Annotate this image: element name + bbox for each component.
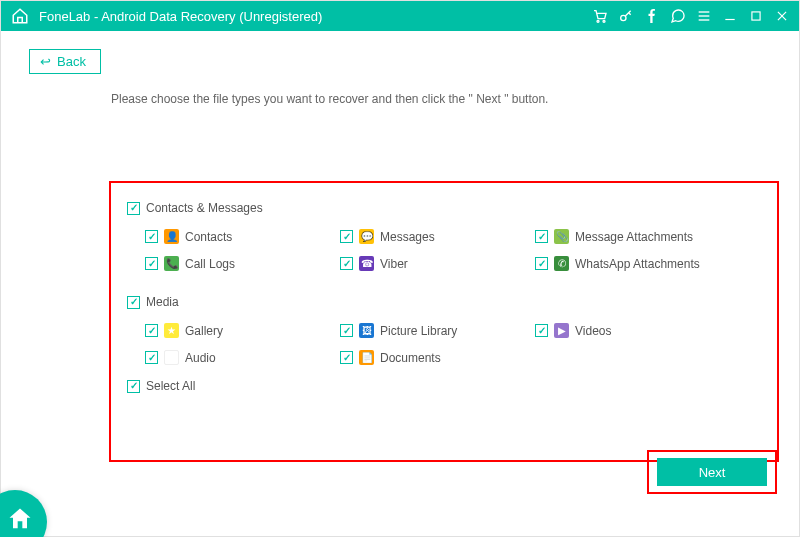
item-call-logs[interactable]: 📞 Call Logs bbox=[145, 256, 340, 271]
minimize-icon[interactable] bbox=[721, 7, 739, 25]
section-contacts-messages-label: Contacts & Messages bbox=[146, 201, 263, 215]
svg-point-0 bbox=[597, 20, 599, 22]
call-logs-icon: 📞 bbox=[164, 256, 179, 271]
section-media-label: Media bbox=[146, 295, 179, 309]
item-viber[interactable]: ☎ Viber bbox=[340, 256, 535, 271]
gallery-icon: ★ bbox=[164, 323, 179, 338]
svg-point-2 bbox=[621, 15, 626, 20]
back-arrow-icon: ↩ bbox=[40, 54, 51, 69]
section-media[interactable]: Media bbox=[127, 295, 761, 309]
checkbox-picture-library[interactable] bbox=[340, 324, 353, 337]
section-contacts-messages[interactable]: Contacts & Messages bbox=[127, 201, 761, 215]
row: ★ Gallery 🖼 Picture Library ▶ Videos bbox=[127, 323, 761, 338]
documents-icon: 📄 bbox=[359, 350, 374, 365]
item-label: Contacts bbox=[185, 230, 232, 244]
item-whatsapp-attachments[interactable]: ✆ WhatsApp Attachments bbox=[535, 256, 730, 271]
picture-library-icon: 🖼 bbox=[359, 323, 374, 338]
item-label: Picture Library bbox=[380, 324, 457, 338]
item-label: Message Attachments bbox=[575, 230, 693, 244]
select-all[interactable]: Select All bbox=[127, 379, 761, 393]
select-all-label: Select All bbox=[146, 379, 195, 393]
menu-icon[interactable] bbox=[695, 7, 713, 25]
content-area: ↩ Back Please choose the file types you … bbox=[1, 31, 799, 536]
feedback-icon[interactable] bbox=[669, 7, 687, 25]
checkbox-documents[interactable] bbox=[340, 351, 353, 364]
checkbox-viber[interactable] bbox=[340, 257, 353, 270]
home-fab[interactable] bbox=[0, 490, 47, 537]
maximize-icon[interactable] bbox=[747, 7, 765, 25]
contacts-icon: 👤 bbox=[164, 229, 179, 244]
titlebar-right-icons bbox=[591, 7, 791, 25]
checkbox-contacts[interactable] bbox=[145, 230, 158, 243]
item-messages[interactable]: 💬 Messages bbox=[340, 229, 535, 244]
key-icon[interactable] bbox=[617, 7, 635, 25]
checkbox-videos[interactable] bbox=[535, 324, 548, 337]
item-label: Documents bbox=[380, 351, 441, 365]
window-title: FoneLab - Android Data Recovery (Unregis… bbox=[39, 9, 591, 24]
titlebar-home-icon[interactable] bbox=[9, 5, 31, 27]
item-picture-library[interactable]: 🖼 Picture Library bbox=[340, 323, 535, 338]
close-icon[interactable] bbox=[773, 7, 791, 25]
facebook-icon[interactable] bbox=[643, 7, 661, 25]
audio-icon: ♪ bbox=[164, 350, 179, 365]
svg-rect-7 bbox=[752, 12, 760, 20]
item-label: Messages bbox=[380, 230, 435, 244]
checkbox-audio[interactable] bbox=[145, 351, 158, 364]
row: 👤 Contacts 💬 Messages 📎 Message Attachme… bbox=[127, 229, 761, 244]
instruction-text: Please choose the file types you want to… bbox=[111, 92, 771, 106]
item-message-attachments[interactable]: 📎 Message Attachments bbox=[535, 229, 730, 244]
item-label: Gallery bbox=[185, 324, 223, 338]
message-attachments-icon: 📎 bbox=[554, 229, 569, 244]
back-label: Back bbox=[57, 54, 86, 69]
item-label: WhatsApp Attachments bbox=[575, 257, 700, 271]
titlebar: FoneLab - Android Data Recovery (Unregis… bbox=[1, 1, 799, 31]
checkbox-media[interactable] bbox=[127, 296, 140, 309]
checkbox-gallery[interactable] bbox=[145, 324, 158, 337]
cart-icon[interactable] bbox=[591, 7, 609, 25]
checkbox-messages[interactable] bbox=[340, 230, 353, 243]
svg-point-1 bbox=[603, 20, 605, 22]
row: ♪ Audio 📄 Documents bbox=[127, 350, 761, 365]
whatsapp-attachments-icon: ✆ bbox=[554, 256, 569, 271]
item-label: Videos bbox=[575, 324, 611, 338]
filetype-selection-panel: Contacts & Messages 👤 Contacts 💬 Message… bbox=[109, 181, 779, 462]
checkbox-call-logs[interactable] bbox=[145, 257, 158, 270]
item-label: Call Logs bbox=[185, 257, 235, 271]
next-button-highlight: Next bbox=[647, 450, 777, 494]
item-audio[interactable]: ♪ Audio bbox=[145, 350, 340, 365]
checkbox-msg-attachments[interactable] bbox=[535, 230, 548, 243]
item-label: Viber bbox=[380, 257, 408, 271]
app-window: FoneLab - Android Data Recovery (Unregis… bbox=[0, 0, 800, 537]
messages-icon: 💬 bbox=[359, 229, 374, 244]
item-contacts[interactable]: 👤 Contacts bbox=[145, 229, 340, 244]
item-documents[interactable]: 📄 Documents bbox=[340, 350, 535, 365]
viber-icon: ☎ bbox=[359, 256, 374, 271]
checkbox-contacts-messages[interactable] bbox=[127, 202, 140, 215]
row: 📞 Call Logs ☎ Viber ✆ WhatsApp Attachmen… bbox=[127, 256, 761, 271]
home-icon bbox=[6, 505, 34, 533]
checkbox-whatsapp-attachments[interactable] bbox=[535, 257, 548, 270]
checkbox-select-all[interactable] bbox=[127, 380, 140, 393]
next-button[interactable]: Next bbox=[657, 458, 767, 486]
item-gallery[interactable]: ★ Gallery bbox=[145, 323, 340, 338]
item-videos[interactable]: ▶ Videos bbox=[535, 323, 730, 338]
back-button[interactable]: ↩ Back bbox=[29, 49, 101, 74]
videos-icon: ▶ bbox=[554, 323, 569, 338]
item-label: Audio bbox=[185, 351, 216, 365]
